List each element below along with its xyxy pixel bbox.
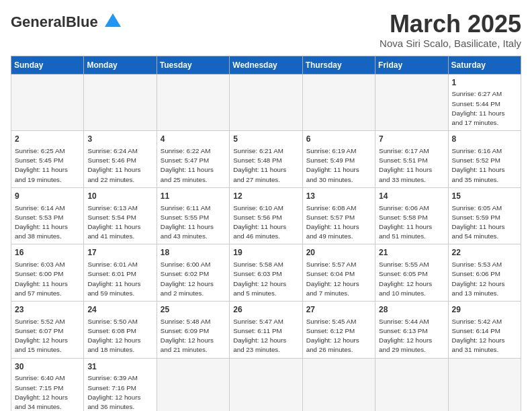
day-cell: 5Sunrise: 6:21 AMSunset: 5:48 PMDaylight… xyxy=(230,131,302,188)
logo: GeneralBlue xyxy=(11,11,122,34)
day-number: 27 xyxy=(306,304,371,316)
day-info: Sunrise: 6:24 AMSunset: 5:46 PMDaylight:… xyxy=(87,146,152,185)
day-cell xyxy=(11,74,84,131)
day-number: 2 xyxy=(15,134,80,145)
header-friday: Friday xyxy=(375,56,448,74)
logo-text: GeneralBlue xyxy=(11,13,98,31)
day-info: Sunrise: 5:57 AMSunset: 6:04 PMDaylight:… xyxy=(306,260,371,298)
day-number: 5 xyxy=(233,134,298,145)
week-row-4: 16Sunrise: 6:03 AMSunset: 6:00 PMDayligh… xyxy=(11,244,521,302)
day-number: 21 xyxy=(379,247,444,259)
day-cell: 3Sunrise: 6:24 AMSunset: 5:46 PMDaylight… xyxy=(84,131,157,188)
day-cell: 15Sunrise: 6:05 AMSunset: 5:59 PMDayligh… xyxy=(448,187,521,244)
week-row-5: 23Sunrise: 5:52 AMSunset: 6:07 PMDayligh… xyxy=(11,302,521,359)
day-number: 17 xyxy=(87,247,152,259)
day-info: Sunrise: 6:40 AMSunset: 7:15 PMDaylight:… xyxy=(15,373,80,411)
week-row-2: 2Sunrise: 6:25 AMSunset: 5:45 PMDaylight… xyxy=(11,131,521,188)
header-sunday: Sunday xyxy=(11,56,84,74)
day-cell: 29Sunrise: 5:42 AMSunset: 6:14 PMDayligh… xyxy=(448,302,521,359)
day-info: Sunrise: 5:44 AMSunset: 6:13 PMDaylight:… xyxy=(379,317,444,355)
logo-icon xyxy=(103,12,122,34)
day-cell xyxy=(375,74,448,131)
day-cell: 16Sunrise: 6:03 AMSunset: 6:00 PMDayligh… xyxy=(11,244,84,302)
day-number: 29 xyxy=(452,304,517,316)
day-info: Sunrise: 6:13 AMSunset: 5:54 PMDaylight:… xyxy=(87,203,152,242)
day-cell: 4Sunrise: 6:22 AMSunset: 5:47 PMDaylight… xyxy=(157,131,229,188)
day-number: 4 xyxy=(161,134,226,145)
day-info: Sunrise: 5:47 AMSunset: 6:11 PMDaylight:… xyxy=(233,317,298,355)
day-info: Sunrise: 5:52 AMSunset: 6:07 PMDaylight:… xyxy=(15,317,80,355)
day-info: Sunrise: 6:17 AMSunset: 5:51 PMDaylight:… xyxy=(379,146,444,185)
day-cell: 1Sunrise: 6:27 AMSunset: 5:44 PMDaylight… xyxy=(448,74,521,131)
day-info: Sunrise: 6:16 AMSunset: 5:52 PMDaylight:… xyxy=(452,146,517,185)
header: GeneralBlue March 2025 Nova Siri Scalo, … xyxy=(11,11,521,49)
day-cell: 7Sunrise: 6:17 AMSunset: 5:51 PMDaylight… xyxy=(375,131,448,188)
day-number: 6 xyxy=(306,134,371,145)
day-number: 25 xyxy=(161,304,226,316)
day-number: 24 xyxy=(87,304,152,316)
day-cell: 20Sunrise: 5:57 AMSunset: 6:04 PMDayligh… xyxy=(302,244,375,302)
day-cell: 26Sunrise: 5:47 AMSunset: 6:11 PMDayligh… xyxy=(230,302,302,359)
day-info: Sunrise: 5:50 AMSunset: 6:08 PMDaylight:… xyxy=(87,317,152,355)
day-number: 11 xyxy=(161,191,226,202)
day-cell: 11Sunrise: 6:11 AMSunset: 5:55 PMDayligh… xyxy=(157,187,229,244)
day-info: Sunrise: 6:06 AMSunset: 5:58 PMDaylight:… xyxy=(379,203,444,242)
day-number: 30 xyxy=(15,361,80,373)
day-cell: 23Sunrise: 5:52 AMSunset: 6:07 PMDayligh… xyxy=(11,302,84,359)
day-number: 10 xyxy=(87,191,152,202)
title-area: March 2025 Nova Siri Scalo, Basilicate, … xyxy=(380,11,521,49)
day-info: Sunrise: 6:10 AMSunset: 5:56 PMDaylight:… xyxy=(233,203,298,242)
week-row-6: 30Sunrise: 6:40 AMSunset: 7:15 PMDayligh… xyxy=(11,358,521,411)
day-info: Sunrise: 6:19 AMSunset: 5:49 PMDaylight:… xyxy=(306,146,371,185)
day-cell xyxy=(230,74,302,131)
day-info: Sunrise: 6:39 AMSunset: 7:16 PMDaylight:… xyxy=(87,373,152,411)
day-cell: 8Sunrise: 6:16 AMSunset: 5:52 PMDaylight… xyxy=(448,131,521,188)
day-number: 16 xyxy=(15,247,80,259)
day-cell: 25Sunrise: 5:48 AMSunset: 6:09 PMDayligh… xyxy=(157,302,229,359)
day-cell: 6Sunrise: 6:19 AMSunset: 5:49 PMDaylight… xyxy=(302,131,375,188)
day-cell: 24Sunrise: 5:50 AMSunset: 6:08 PMDayligh… xyxy=(84,302,157,359)
day-number: 1 xyxy=(452,77,517,89)
day-number: 8 xyxy=(452,134,517,145)
day-number: 28 xyxy=(379,304,444,316)
day-info: Sunrise: 6:03 AMSunset: 6:00 PMDaylight:… xyxy=(15,260,80,298)
day-number: 23 xyxy=(15,304,80,316)
day-number: 22 xyxy=(452,247,517,259)
header-monday: Monday xyxy=(84,56,157,74)
day-cell: 21Sunrise: 5:55 AMSunset: 6:05 PMDayligh… xyxy=(375,244,448,302)
day-cell xyxy=(302,358,375,411)
day-info: Sunrise: 6:21 AMSunset: 5:48 PMDaylight:… xyxy=(233,146,298,185)
day-number: 3 xyxy=(87,134,152,145)
day-number: 9 xyxy=(15,191,80,202)
header-tuesday: Tuesday xyxy=(157,56,229,74)
day-cell: 10Sunrise: 6:13 AMSunset: 5:54 PMDayligh… xyxy=(84,187,157,244)
day-cell: 19Sunrise: 5:58 AMSunset: 6:03 PMDayligh… xyxy=(230,244,302,302)
month-title: March 2025 xyxy=(380,11,521,38)
day-cell: 28Sunrise: 5:44 AMSunset: 6:13 PMDayligh… xyxy=(375,302,448,359)
day-cell: 22Sunrise: 5:53 AMSunset: 6:06 PMDayligh… xyxy=(448,244,521,302)
day-cell xyxy=(375,358,448,411)
day-cell xyxy=(302,74,375,131)
day-info: Sunrise: 5:48 AMSunset: 6:09 PMDaylight:… xyxy=(161,317,226,355)
day-info: Sunrise: 6:22 AMSunset: 5:47 PMDaylight:… xyxy=(161,146,226,185)
calendar: Sunday Monday Tuesday Wednesday Thursday… xyxy=(11,56,521,411)
day-number: 31 xyxy=(87,361,152,373)
day-cell: 31Sunrise: 6:39 AMSunset: 7:16 PMDayligh… xyxy=(84,358,157,411)
day-cell xyxy=(84,74,157,131)
day-info: Sunrise: 5:42 AMSunset: 6:14 PMDaylight:… xyxy=(452,317,517,355)
day-cell: 13Sunrise: 6:08 AMSunset: 5:57 PMDayligh… xyxy=(302,187,375,244)
subtitle: Nova Siri Scalo, Basilicate, Italy xyxy=(380,38,521,49)
header-thursday: Thursday xyxy=(302,56,375,74)
week-row-1: 1Sunrise: 6:27 AMSunset: 5:44 PMDaylight… xyxy=(11,74,521,131)
day-cell xyxy=(157,358,229,411)
day-info: Sunrise: 6:25 AMSunset: 5:45 PMDaylight:… xyxy=(15,146,80,185)
day-info: Sunrise: 6:01 AMSunset: 6:01 PMDaylight:… xyxy=(87,260,152,298)
day-number: 14 xyxy=(379,191,444,202)
day-info: Sunrise: 5:45 AMSunset: 6:12 PMDaylight:… xyxy=(306,317,371,355)
day-cell xyxy=(448,358,521,411)
day-cell: 9Sunrise: 6:14 AMSunset: 5:53 PMDaylight… xyxy=(11,187,84,244)
day-cell: 30Sunrise: 6:40 AMSunset: 7:15 PMDayligh… xyxy=(11,358,84,411)
day-cell xyxy=(157,74,229,131)
day-cell: 27Sunrise: 5:45 AMSunset: 6:12 PMDayligh… xyxy=(302,302,375,359)
day-number: 19 xyxy=(233,247,298,259)
